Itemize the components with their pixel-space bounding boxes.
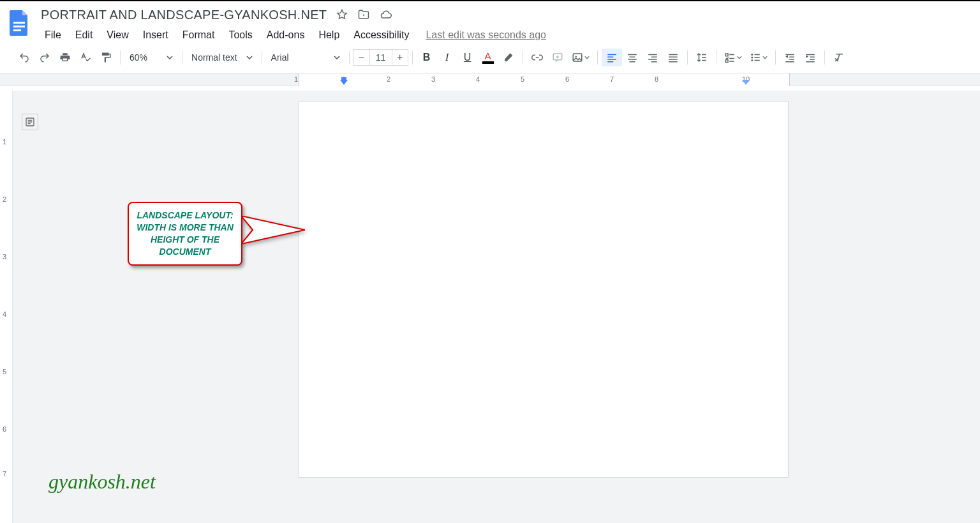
chevron-down-icon — [584, 55, 590, 60]
decrease-font-size-button[interactable]: − — [353, 49, 370, 66]
chevron-down-icon — [334, 54, 340, 61]
menu-insert[interactable]: Insert — [137, 27, 175, 43]
line-spacing-button[interactable] — [692, 49, 712, 66]
menu-edit[interactable]: Edit — [69, 27, 100, 43]
ruler-number: 4 — [476, 75, 480, 83]
ruler-number: 7 — [3, 470, 6, 478]
svg-marker-15 — [241, 216, 305, 244]
ruler-number: 4 — [3, 310, 6, 318]
menu-file[interactable]: File — [38, 27, 68, 43]
paragraph-style-value: Normal text — [191, 52, 237, 63]
right-indent-marker[interactable] — [742, 80, 750, 85]
highlight-color-button[interactable] — [498, 49, 519, 66]
move-folder-icon[interactable] — [357, 8, 370, 21]
menu-bar: File Edit View Insert Format Tools Add-o… — [38, 26, 975, 45]
spellcheck-button[interactable] — [75, 49, 96, 66]
text-color-button[interactable]: A — [478, 49, 498, 66]
zoom-value: 60% — [130, 52, 147, 63]
title-bar: PORTRAIT AND LANDSCAPE-GYANKOSH.NET File… — [0, 1, 980, 43]
svg-rect-1 — [13, 26, 25, 27]
annotation-arrow — [241, 216, 305, 248]
menu-accessibility[interactable]: Accessibility — [347, 27, 415, 43]
decrease-indent-button[interactable] — [780, 49, 800, 66]
bulleted-list-button[interactable] — [746, 49, 771, 66]
ruler-number: 3 — [3, 253, 6, 261]
ruler-number: 8 — [655, 75, 658, 83]
chevron-down-icon — [246, 54, 253, 61]
align-right-button[interactable] — [642, 49, 663, 66]
undo-button[interactable] — [14, 49, 34, 66]
ruler-number: 1 — [294, 75, 298, 83]
increase-indent-button[interactable] — [800, 49, 820, 66]
menu-tools[interactable]: Tools — [222, 27, 258, 43]
chevron-down-icon — [762, 55, 768, 60]
svg-rect-7 — [725, 60, 728, 63]
align-center-button[interactable] — [622, 49, 642, 66]
italic-button[interactable]: I — [437, 49, 457, 66]
underline-button[interactable]: U — [457, 49, 478, 66]
checklist-button[interactable] — [720, 49, 746, 66]
document-title[interactable]: PORTRAIT AND LANDSCAPE-GYANKOSH.NET — [38, 8, 327, 22]
annotation-callout: LANDSCAPE LAYOUT: WIDTH IS MORE THAN HEI… — [128, 202, 242, 266]
svg-point-5 — [575, 56, 576, 57]
ruler-number: 7 — [610, 75, 614, 83]
ruler-number: 6 — [565, 75, 569, 83]
menu-help[interactable]: Help — [312, 27, 346, 43]
ruler-number: 2 — [387, 75, 390, 83]
paragraph-style-select[interactable]: Normal text — [186, 49, 258, 66]
menu-addons[interactable]: Add-ons — [260, 27, 311, 43]
ruler-number: 6 — [3, 425, 6, 433]
ruler-number: 2 — [3, 195, 6, 203]
vertical-ruler[interactable]: 1234567 — [0, 91, 13, 523]
menu-format[interactable]: Format — [176, 27, 221, 43]
last-edit-link[interactable]: Last edit was seconds ago — [426, 29, 546, 41]
svg-rect-13 — [754, 60, 759, 61]
watermark-text: gyankosh.net — [48, 470, 156, 494]
ruler-number: 1 — [3, 138, 6, 146]
align-left-button[interactable] — [602, 49, 622, 66]
left-indent-marker[interactable] — [340, 80, 348, 85]
paint-format-button[interactable] — [96, 49, 116, 66]
svg-rect-11 — [754, 54, 759, 56]
insert-image-button[interactable] — [568, 49, 593, 66]
document-page[interactable] — [299, 101, 789, 478]
insert-link-button[interactable] — [527, 49, 547, 66]
redo-button[interactable] — [34, 49, 55, 66]
align-justify-button[interactable] — [663, 49, 683, 66]
font-size-stepper: − + — [353, 49, 408, 66]
toolbar: 60% Normal text Arial − + B I U A — [0, 43, 980, 73]
horizontal-ruler[interactable]: 11234567810 — [0, 73, 980, 86]
cloud-status-icon[interactable] — [379, 8, 393, 21]
svg-rect-0 — [13, 22, 25, 24]
increase-font-size-button[interactable]: + — [392, 49, 408, 66]
svg-rect-6 — [725, 54, 728, 56]
svg-point-8 — [751, 54, 753, 56]
star-icon[interactable] — [336, 8, 348, 21]
svg-rect-12 — [754, 57, 759, 58]
insert-comment-button[interactable] — [547, 49, 568, 66]
font-family-value: Arial — [271, 52, 289, 63]
bold-button[interactable]: B — [417, 49, 437, 66]
ruler-number: 5 — [3, 368, 6, 375]
svg-point-10 — [751, 59, 753, 61]
zoom-select[interactable]: 60% — [124, 49, 178, 66]
document-canvas: 1234567 LANDSCAPE LAYOUT: WIDTH IS MORE … — [0, 91, 980, 523]
print-button[interactable] — [55, 49, 75, 66]
docs-app-icon[interactable] — [5, 5, 33, 41]
chevron-down-icon — [737, 55, 742, 60]
ruler-number: 3 — [431, 75, 435, 83]
font-size-input[interactable] — [370, 49, 392, 66]
document-outline-button[interactable] — [22, 114, 38, 130]
ruler-number: 5 — [521, 75, 524, 83]
svg-point-9 — [751, 57, 753, 59]
svg-rect-2 — [13, 29, 21, 31]
font-family-select[interactable]: Arial — [266, 49, 345, 66]
menu-view[interactable]: View — [100, 27, 135, 43]
clear-formatting-button[interactable] — [829, 49, 849, 66]
chevron-down-icon — [167, 54, 173, 61]
